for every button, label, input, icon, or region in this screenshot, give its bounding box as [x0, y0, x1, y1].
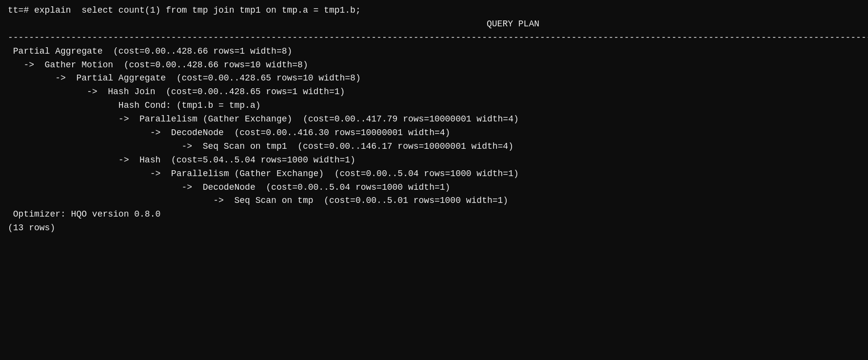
plan-line-10: -> DecodeNode (cost=0.00..5.04 rows=1000…: [8, 181, 860, 195]
plan-line-3: -> Hash Join (cost=0.00..428.65 rows=1 w…: [8, 85, 860, 99]
plan-line-8: -> Hash (cost=5.04..5.04 rows=1000 width…: [8, 154, 860, 167]
terminal-container: tt=# explain select count(1) from tmp jo…: [8, 4, 860, 360]
command-line: tt=# explain select count(1) from tmp jo…: [8, 4, 860, 18]
plan-lines: Partial Aggregate (cost=0.00..428.66 row…: [8, 45, 860, 208]
separator-line: ----------------------------------------…: [8, 31, 860, 45]
plan-line-9: -> Parallelism (Gather Exchange) (cost=0…: [8, 167, 860, 181]
plan-line-11: -> Seq Scan on tmp (cost=0.00..5.01 rows…: [8, 194, 860, 208]
rows-count-line: (13 rows): [8, 221, 860, 235]
plan-line-1: -> Gather Motion (cost=0.00..428.66 rows…: [8, 59, 860, 72]
optimizer-line: Optimizer: HQO version 0.8.0: [8, 208, 860, 221]
plan-line-0: Partial Aggregate (cost=0.00..428.66 row…: [8, 45, 860, 59]
plan-line-5: -> Parallelism (Gather Exchange) (cost=0…: [8, 113, 860, 126]
plan-line-7: -> Seq Scan on tmp1 (cost=0.00..146.17 r…: [8, 140, 860, 154]
plan-line-6: -> DecodeNode (cost=0.00..416.30 rows=10…: [8, 126, 860, 140]
query-plan-header: QUERY PLAN: [8, 18, 860, 31]
plan-line-2: -> Partial Aggregate (cost=0.00..428.65 …: [8, 72, 860, 85]
plan-line-4: Hash Cond: (tmp1.b = tmp.a): [8, 99, 860, 113]
